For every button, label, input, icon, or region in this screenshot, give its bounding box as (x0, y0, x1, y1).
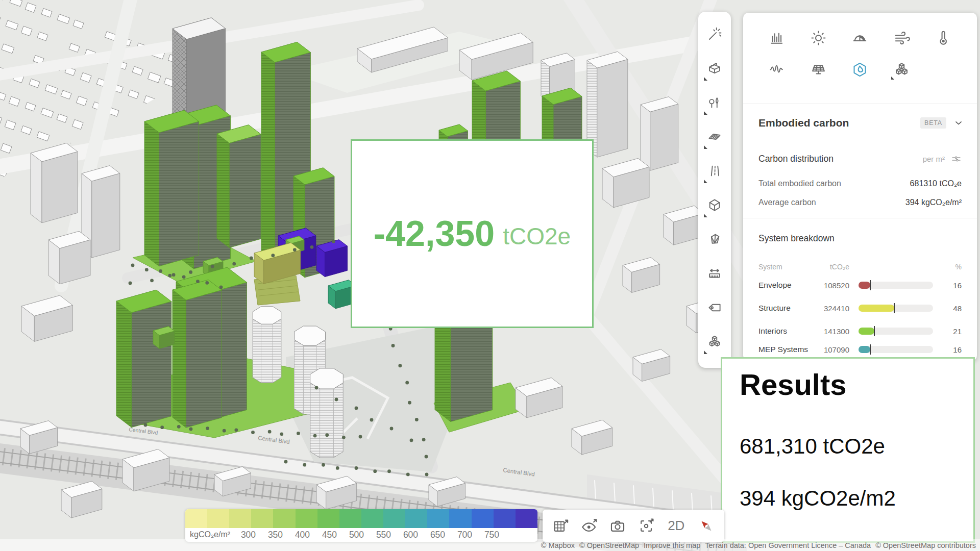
tool-vegetation-button[interactable] (698, 85, 731, 119)
area-select-icon (552, 517, 569, 535)
tool-cube-button[interactable] (698, 188, 731, 222)
vegetation-icon (707, 95, 722, 110)
results-title: Results (740, 367, 973, 403)
attribution-text: © Mapbox (541, 541, 575, 549)
system-percent-value: 16 (953, 345, 962, 354)
materials-icon (893, 61, 910, 78)
system-bar-track (859, 328, 933, 335)
chevron-down-icon[interactable] (953, 118, 964, 128)
legend-tick-500: 500 (343, 530, 370, 540)
tool-zone-surface-button[interactable] (698, 119, 731, 154)
column-header-system: System (758, 263, 782, 271)
carbon-distribution-row: Carbon distribution per m² (758, 154, 962, 164)
filter-sliders-icon[interactable] (951, 154, 962, 164)
embodied-carbon-icon (851, 61, 868, 78)
results-total-value: 681,310 tCO2e (740, 434, 973, 459)
analysis-embodied-carbon-button[interactable] (848, 58, 872, 81)
system-tco2e-value: 108520 (816, 281, 849, 290)
system-percent-value: 16 (953, 281, 962, 290)
savings-value: -42,350 (374, 213, 495, 254)
column-header-percent: % (955, 263, 962, 271)
tool-road-button[interactable] (698, 154, 731, 188)
analysis-statistics-button[interactable] (766, 26, 789, 49)
panel-divider (743, 218, 977, 218)
attribution-text: © OpenStreetMap contributors (875, 541, 976, 549)
app-window: Central BlvdCentral BlvdCentral Blvd Emb… (0, 0, 980, 551)
system-tco2e-value: 324410 (816, 304, 849, 313)
zone-surface-icon (707, 129, 722, 144)
statistics-icon (769, 30, 786, 46)
camera-icon (609, 517, 626, 535)
map-attribution: © Mapbox© OpenStreetMapImprove this mapT… (0, 539, 980, 551)
system-bar-track (859, 305, 933, 312)
average-carbon-label: Average carbon (758, 198, 905, 207)
legend-tick-350: 350 (262, 530, 289, 540)
noise-icon (769, 61, 786, 78)
compass-icon (698, 517, 715, 535)
analysis-thermal-button[interactable] (931, 26, 954, 49)
recenter-button[interactable] (638, 517, 655, 535)
area-select-button[interactable] (552, 517, 570, 535)
panel-divider (743, 104, 977, 104)
legend-tick-700: 700 (451, 530, 478, 540)
analysis-wind-button[interactable] (890, 26, 913, 49)
analysis-materials-button[interactable] (890, 58, 913, 81)
volume-prism-icon (707, 232, 722, 247)
improve-map-link[interactable]: Improve this map (644, 541, 700, 549)
savings-unit: tCO2e (503, 217, 571, 250)
solar-energy-icon (810, 61, 827, 78)
total-carbon-label: Total embodied carbon (758, 179, 910, 188)
road-icon (707, 163, 722, 179)
analysis-panel: Embodied carbon BETA Carbon distribution… (743, 13, 977, 361)
system-percent-value: 48 (953, 304, 962, 313)
thermal-icon (935, 30, 951, 46)
average-carbon-value: 394 kgCO₂e/m² (905, 198, 962, 207)
distribution-unit-value: per m² (923, 155, 945, 163)
system-name: MEP Systems (758, 345, 814, 354)
tool-magic-wand-button[interactable] (698, 17, 731, 51)
system-name: Envelope (758, 281, 814, 289)
visibility-icon (580, 517, 598, 535)
system-name: Structure (758, 304, 814, 312)
cube-icon (707, 197, 722, 213)
analysis-solar-energy-button[interactable] (807, 58, 830, 81)
blocks-icon (707, 334, 722, 349)
system-bar-fill (859, 305, 894, 312)
analysis-noise-button[interactable] (766, 58, 789, 81)
system-tco2e-value: 107090 (816, 345, 849, 354)
legend-tick-550: 550 (370, 530, 397, 540)
tool-volume-prism-button[interactable] (698, 222, 731, 256)
legend-tick-650: 650 (424, 530, 451, 540)
label-tag-icon (707, 300, 722, 315)
mode-2d-button[interactable]: 2D (666, 518, 687, 534)
legend-tick-400: 400 (289, 530, 316, 540)
tool-measure-button[interactable] (698, 256, 731, 290)
analysis-sun-study-button[interactable] (807, 26, 830, 49)
system-bar-track (859, 346, 933, 353)
system-bar-fill (859, 328, 874, 335)
magic-wand-icon (707, 27, 722, 42)
visibility-button[interactable] (580, 517, 598, 535)
camera-button[interactable] (609, 517, 627, 535)
analysis-daylight-dome-button[interactable] (848, 26, 872, 49)
sun-study-icon (810, 30, 827, 46)
tool-label-tag-button[interactable] (698, 290, 731, 324)
legend-tick-600: 600 (397, 530, 424, 540)
system-bar-tick (870, 280, 871, 290)
breakdown-row-structure: Structure32441048 (758, 303, 962, 322)
tool-blocks-button[interactable] (698, 324, 731, 359)
recenter-icon (638, 517, 655, 535)
panel-header: Embodied carbon BETA (758, 117, 964, 129)
beta-badge: BETA (920, 117, 946, 129)
legend-tick-300: 300 (235, 530, 262, 540)
average-carbon-row: Average carbon 394 kgCO₂e/m² (758, 198, 962, 207)
system-bar-tick (870, 344, 871, 355)
tool-building-block-button[interactable] (698, 51, 731, 85)
compass-button[interactable] (697, 517, 715, 535)
results-average-value: 394 kgCO2e/m2 (740, 486, 973, 511)
bottom-view-toolbar: 2D (543, 510, 724, 542)
carbon-savings-callout: -42,350 tCO2e (351, 139, 594, 328)
system-bar-fill (859, 282, 870, 289)
system-name: Interiors (758, 327, 814, 335)
building-block-icon (707, 61, 722, 76)
